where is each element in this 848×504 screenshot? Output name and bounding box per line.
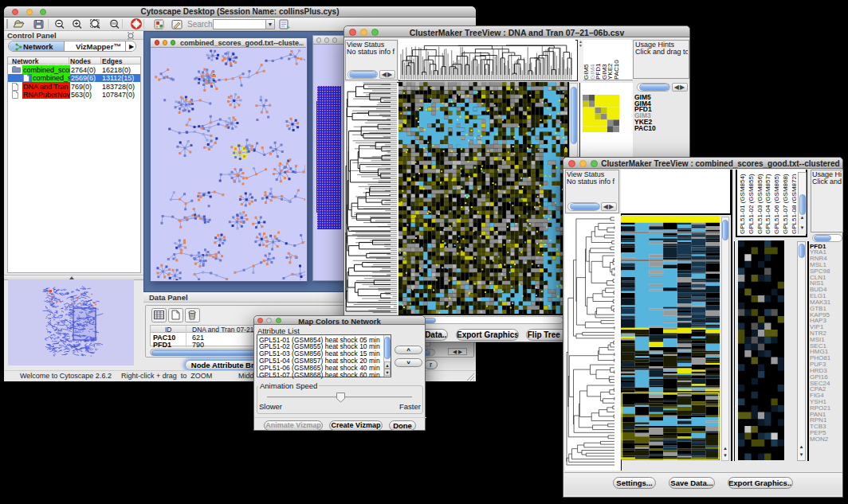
svg-text:GPL51-04 (GSM857): GPL51-04 (GSM857) <box>764 174 771 234</box>
svg-text:GPL51-03 (GSM856): GPL51-03 (GSM856) <box>756 174 764 234</box>
svg-text:GPL51-06 (GSM865): GPL51-06 (GSM865) <box>773 174 780 234</box>
svg-text:GPL51-02 (GSM855): GPL51-02 (GSM855) <box>748 174 755 234</box>
svg-text:GPL51-07 (GSM868): GPL51-07 (GSM868) <box>782 174 789 234</box>
svg-text:GPL51-08 (GSM872): GPL51-08 (GSM872) <box>791 174 796 234</box>
svg-text:GPL51-01 (GSM854): GPL51-01 (GSM854) <box>739 174 746 234</box>
svg-text:PAC10: PAC10 <box>613 60 620 80</box>
